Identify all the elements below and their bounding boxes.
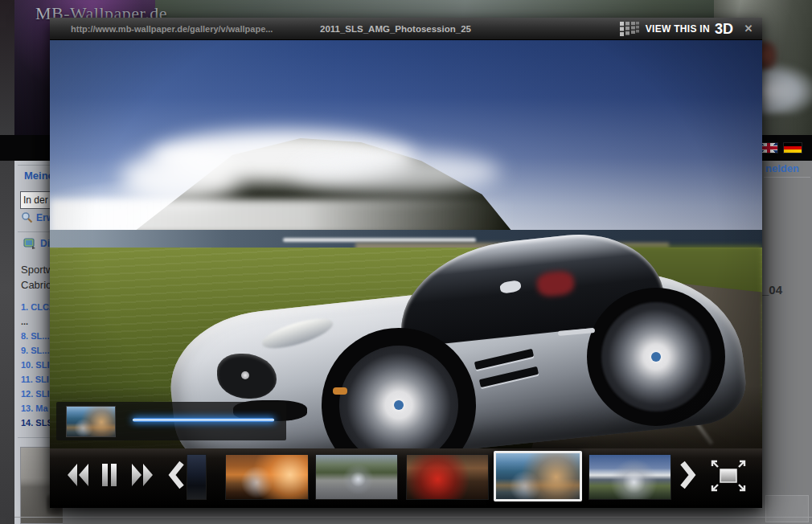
loading-thumbnail — [66, 406, 116, 437]
photo-filename-label: _04 — [762, 283, 782, 297]
divider — [14, 517, 812, 518]
filmstrip-thumbnail-4[interactable] — [406, 454, 489, 500]
photo-url: http://www.mb-wallpaper.de/gallery/v/wal… — [71, 18, 273, 40]
right-column-panel — [765, 495, 809, 522]
filmstrip-thumbnail-1[interactable] — [187, 454, 207, 500]
photo-stage[interactable] — [50, 40, 762, 508]
login-link[interactable]: nelden — [765, 162, 799, 174]
page-left-edge — [0, 0, 14, 524]
divider — [764, 177, 810, 178]
view-3d-label: VIEW THIS IN — [646, 23, 710, 35]
topbar-actions: VIEW THIS IN 3D ✕ — [620, 18, 757, 40]
viewer-controlbar — [50, 448, 762, 508]
german-flag-icon[interactable] — [783, 142, 802, 154]
loading-progress-bar — [133, 418, 274, 422]
pause-icon — [98, 461, 121, 489]
category-heading-line2: Cabrio — [21, 279, 51, 291]
page: MB-Wallpaper.de : Meine Erw Dia — [0, 0, 812, 524]
previous-photo-button[interactable] — [66, 461, 90, 492]
3d-wall-grid-icon — [620, 21, 641, 37]
sidebar-item-9[interactable]: 9. SL... — [21, 346, 49, 355]
slideshow-icon — [23, 237, 36, 250]
sidebar-item-8[interactable]: 8. SL... — [21, 331, 49, 341]
fullscreen-button[interactable] — [707, 458, 749, 498]
fullscreen-icon — [707, 458, 749, 495]
next-photo-button[interactable] — [130, 461, 154, 492]
magnifier-icon — [21, 211, 33, 223]
right-column: nelden _04 — [762, 161, 812, 524]
close-icon[interactable]: ✕ — [740, 21, 757, 37]
sidebar-item-ellipsis: ... — [21, 317, 28, 326]
sidebar-item-12[interactable]: 12. SLI — [21, 389, 49, 399]
chevron-right-icon — [679, 460, 697, 490]
loading-progress-fill — [133, 418, 274, 422]
pause-button[interactable] — [98, 461, 121, 492]
photo-viewer-overlay: http://www.mb-wallpaper.de/gallery/v/wal… — [50, 18, 762, 508]
sidebar-item-11[interactable]: 11. SLI — [21, 375, 49, 384]
rewind-icon — [66, 461, 90, 489]
sidebar-item-14-active[interactable]: 14. SLS — [21, 418, 53, 428]
filmstrip-thumbnail-5-selected[interactable] — [494, 451, 582, 501]
loading-strip — [56, 402, 286, 440]
filmstrip-thumbnail-2[interactable] — [225, 454, 309, 500]
filmstrip-scroll-left-button[interactable] — [167, 460, 185, 493]
sidebar-item-13[interactable]: 13. Ma — [21, 403, 48, 413]
filmstrip-thumbnail-6[interactable] — [588, 454, 671, 500]
fast-forward-icon — [130, 461, 154, 489]
filmstrip-scroll-right-button[interactable] — [679, 460, 697, 493]
chevron-left-icon — [167, 460, 185, 490]
advanced-search-link[interactable]: Erw — [21, 211, 54, 223]
category-heading-line1: Sportw — [21, 264, 53, 276]
view-3d-suffix: 3D — [715, 21, 733, 38]
view-in-3d-button[interactable]: VIEW THIS IN 3D — [620, 21, 733, 38]
sidebar-item-10[interactable]: 10. SLI — [21, 360, 49, 370]
filmstrip-thumbnail-3[interactable] — [315, 454, 398, 500]
viewer-topbar: http://www.mb-wallpaper.de/gallery/v/wal… — [50, 18, 762, 40]
photo-title: 2011_SLS_AMG_Photosession_25 — [320, 18, 471, 40]
